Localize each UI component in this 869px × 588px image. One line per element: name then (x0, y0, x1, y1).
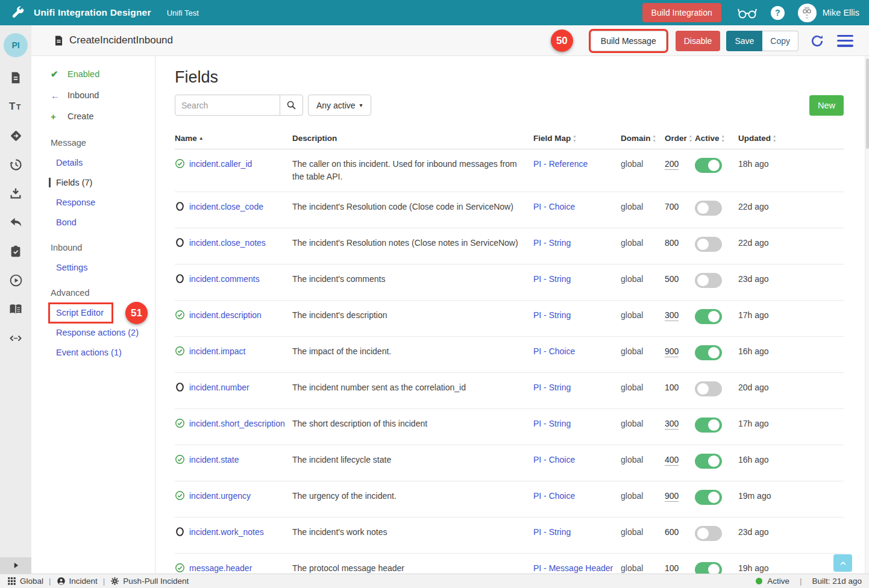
field-map-link[interactable]: PI - Message Header (533, 563, 613, 573)
sidebar-item-script-editor[interactable]: Script Editor51 (51, 308, 155, 317)
field-name-link[interactable]: incident.close_notes (189, 238, 266, 248)
statusbar-global[interactable]: Global (7, 577, 43, 586)
sidebar-status-inbound[interactable]: ←Inbound (51, 89, 155, 101)
document-icon[interactable] (8, 70, 23, 85)
field-name-link[interactable]: incident.close_code (189, 202, 263, 211)
user-avatar[interactable] (798, 4, 817, 22)
field-name-link[interactable]: incident.state (189, 455, 239, 464)
book-icon[interactable] (8, 302, 23, 316)
text-format-icon[interactable]: TT (8, 99, 23, 114)
sidebar-item-bond[interactable]: Bond (51, 217, 155, 227)
field-order-value[interactable]: 300 (665, 310, 679, 321)
column-header-active[interactable]: Active▲▼ (695, 129, 738, 149)
field-map-link[interactable]: PI - String (533, 419, 571, 428)
column-header-name[interactable]: Name▲ (175, 129, 292, 149)
search-button[interactable] (280, 95, 303, 116)
new-button[interactable]: New (809, 95, 844, 116)
copy-button[interactable]: Copy (762, 31, 798, 51)
code-icon[interactable] (8, 331, 23, 345)
build-integration-button[interactable]: Build Integration (642, 3, 721, 22)
field-map-link[interactable]: PI - String (533, 527, 571, 537)
field-order-value[interactable]: 600 (665, 527, 679, 537)
sidebar-link-bond[interactable]: Bond (56, 217, 77, 227)
active-toggle[interactable] (695, 345, 722, 360)
panel-collapse-button[interactable] (0, 557, 31, 574)
active-toggle[interactable] (695, 158, 722, 173)
column-header-field-map[interactable]: Field Map▲▼ (533, 129, 621, 149)
sidebar-link-event-actions-1[interactable]: Event actions (1) (56, 348, 122, 357)
active-toggle[interactable] (695, 526, 722, 541)
field-name-link[interactable]: incident.description (189, 310, 262, 320)
field-order-value[interactable]: 200 (665, 159, 679, 170)
field-name-link[interactable]: incident.comments (189, 274, 260, 284)
field-map-link[interactable]: PI - String (533, 310, 571, 320)
reply-icon[interactable] (8, 215, 23, 230)
active-toggle[interactable] (695, 381, 722, 396)
field-order-value[interactable]: 900 (665, 491, 679, 502)
sidebar-link-response-actions-2[interactable]: Response actions (2) (56, 328, 139, 337)
search-input[interactable] (175, 95, 280, 116)
field-order-value[interactable]: 500 (665, 274, 679, 284)
active-toggle[interactable] (695, 490, 722, 505)
save-button[interactable]: Save (726, 31, 762, 51)
sidebar-link-response[interactable]: Response (56, 198, 95, 207)
statusbar-push-pull-incident[interactable]: Push-Pull Incident (110, 577, 189, 586)
sidebar-link-script-editor[interactable]: Script Editor (56, 308, 104, 317)
field-name-link[interactable]: incident.urgency (189, 491, 251, 501)
field-name-link[interactable]: message.header (189, 563, 252, 573)
field-name-link[interactable]: incident.caller_id (189, 159, 252, 169)
sidebar-item-response-actions-2[interactable]: Response actions (2) (51, 328, 155, 337)
field-map-link[interactable]: PI - Choice (533, 346, 575, 356)
active-toggle[interactable] (695, 201, 722, 216)
column-header-order[interactable]: Order▲▼ (665, 129, 695, 149)
active-toggle[interactable] (695, 454, 722, 469)
scroll-to-top-button[interactable] (833, 554, 852, 572)
active-toggle[interactable] (695, 273, 722, 288)
column-header-domain[interactable]: Domain▲▼ (621, 129, 665, 149)
sidebar-link-details[interactable]: Details (56, 158, 83, 167)
field-order-value[interactable]: 900 (665, 346, 679, 357)
field-name-link[interactable]: incident.impact (189, 346, 245, 356)
active-toggle[interactable] (695, 309, 722, 324)
field-order-value[interactable]: 100 (665, 383, 679, 392)
field-map-link[interactable]: PI - Choice (533, 491, 575, 501)
column-header-description[interactable]: Description (292, 129, 533, 149)
send-diamond-icon[interactable] (8, 128, 23, 143)
sidebar-item-event-actions-1[interactable]: Event actions (1) (51, 348, 155, 357)
play-circle-icon[interactable] (8, 273, 23, 287)
menu-icon[interactable] (837, 35, 853, 47)
task-check-icon[interactable] (8, 244, 23, 258)
integration-avatar[interactable]: PI (4, 33, 28, 57)
column-header-updated[interactable]: Updated▲▼ (738, 129, 844, 149)
refresh-icon[interactable] (810, 34, 824, 48)
help-icon[interactable]: ? (771, 6, 785, 20)
vertical-scrollbar[interactable] (865, 56, 869, 574)
disable-button[interactable]: Disable (676, 31, 721, 51)
field-name-link[interactable]: incident.short_description (189, 419, 285, 428)
field-map-link[interactable]: PI - String (533, 238, 571, 248)
sidebar-item-details[interactable]: Details (51, 158, 155, 167)
field-map-link[interactable]: PI - Reference (533, 159, 588, 169)
field-map-link[interactable]: PI - Choice (533, 455, 575, 464)
sidebar-link-settings[interactable]: Settings (56, 263, 87, 272)
active-toggle[interactable] (695, 418, 722, 433)
active-filter-dropdown[interactable]: Any active ▾ (308, 95, 371, 116)
field-order-value[interactable]: 700 (665, 202, 679, 211)
active-toggle[interactable] (695, 237, 722, 252)
history-icon[interactable] (8, 157, 23, 172)
sidebar-status-enabled[interactable]: ✔Enabled (51, 68, 155, 80)
field-name-link[interactable]: incident.work_notes (189, 527, 264, 537)
field-order-value[interactable]: 100 (665, 563, 679, 574)
field-order-value[interactable]: 300 (665, 419, 679, 430)
preview-glasses-icon[interactable] (737, 5, 758, 20)
field-map-link[interactable]: PI - Choice (533, 202, 575, 211)
field-map-link[interactable]: PI - String (533, 383, 571, 392)
build-message-button[interactable]: Build Message (591, 31, 667, 51)
sidebar-item-fields-7[interactable]: Fields (7) (49, 178, 155, 187)
field-map-link[interactable]: PI - String (533, 274, 571, 284)
sidebar-item-settings[interactable]: Settings (51, 263, 155, 272)
sidebar-item-response[interactable]: Response (51, 198, 155, 207)
field-order-value[interactable]: 400 (665, 455, 679, 466)
download-icon[interactable] (8, 186, 23, 201)
field-order-value[interactable]: 800 (665, 238, 679, 248)
